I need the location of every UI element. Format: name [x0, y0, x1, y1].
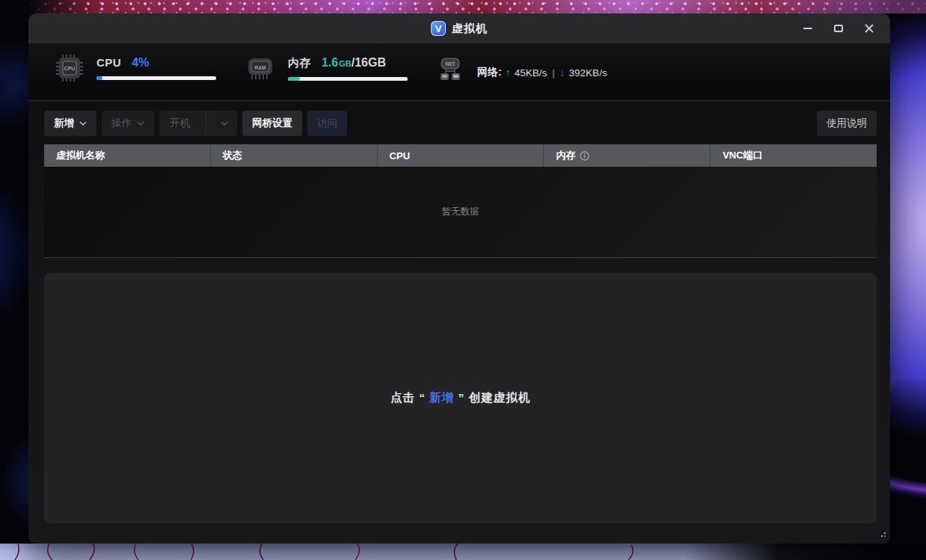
wallpaper-bottom-jellyfish	[0, 544, 926, 560]
memory-total-value: 16	[355, 56, 368, 70]
hint-open-quote: “	[419, 391, 426, 404]
column-status: 状态	[211, 144, 378, 167]
cpu-stat: CPU CPU 4%	[55, 54, 216, 82]
network-label: 网络:	[477, 66, 502, 79]
upload-arrow-icon: ↑	[506, 67, 511, 79]
column-vm-name: 虚拟机名称	[44, 144, 211, 167]
memory-progress-fill	[288, 77, 300, 81]
cpu-progress-track	[96, 76, 216, 80]
column-label: 内存	[556, 149, 575, 162]
memory-used-value: 1.6	[322, 56, 338, 70]
power-on-button[interactable]: 开机	[159, 111, 237, 136]
download-speed: 392KB/s	[569, 67, 607, 79]
cpu-progress-fill	[96, 76, 102, 80]
table-header: 虚拟机名称 状态 CPU 内存 VNC端口	[44, 144, 877, 167]
memory-progress-track	[288, 77, 408, 81]
power-dropdown-arrow[interactable]	[212, 111, 237, 136]
cpu-value: 4%	[132, 56, 149, 70]
power-on-label: 开机	[159, 111, 200, 136]
access-button[interactable]: 访问	[307, 111, 347, 136]
column-memory: 内存	[544, 144, 711, 167]
stats-bar: CPU CPU 4% RAM	[28, 43, 890, 101]
new-vm-label: 新增	[54, 117, 74, 130]
chevron-down-icon	[137, 121, 144, 126]
minimize-icon	[803, 28, 812, 29]
empty-data-text: 暂无数据	[442, 206, 479, 218]
minimize-button[interactable]	[797, 18, 818, 39]
hint-prefix: 点击	[390, 391, 415, 404]
hint-new-vm-link[interactable]: 新增	[429, 391, 454, 404]
column-label: 虚拟机名称	[56, 149, 105, 162]
column-label: CPU	[390, 150, 410, 161]
window-title: 虚拟机	[452, 22, 488, 36]
memory-stat: RAM 内存 1.6 GB / 16 GB	[245, 54, 408, 82]
info-icon[interactable]	[580, 151, 589, 161]
ram-chip-icon: RAM	[245, 54, 275, 82]
svg-text:RAM: RAM	[255, 65, 266, 70]
network-stat: NET 网络: ↑ 45KB/s | ↓ 392KB/s	[436, 54, 607, 84]
upload-speed: 45KB/s	[515, 67, 548, 79]
wallpaper-top-coral	[0, 0, 926, 13]
window-controls	[797, 13, 880, 43]
memory-label: 内存	[288, 56, 311, 70]
grip-dot	[881, 535, 883, 537]
column-vnc-port: VNC端口	[711, 144, 877, 167]
vm-table: 虚拟机名称 状态 CPU 内存 VNC端口 暂无数据	[44, 144, 877, 258]
toolbar: 新增 操作 开机 网桥设置 访问 使用说明	[44, 111, 877, 136]
network-icon: NET	[436, 54, 464, 84]
column-label: VNC端口	[723, 149, 762, 162]
hint-suffix: 创建虚拟机	[469, 391, 531, 404]
grip-dot	[884, 532, 886, 534]
column-label: 状态	[223, 149, 242, 162]
close-button[interactable]	[859, 18, 880, 39]
column-cpu: CPU	[378, 144, 545, 167]
vm-manager-window: V 虚拟机 CPU	[28, 13, 890, 544]
memory-total-unit: GB	[368, 56, 386, 70]
network-separator: |	[552, 67, 554, 79]
jellyfish-tentacles	[0, 544, 926, 560]
maximize-icon	[834, 25, 843, 32]
new-vm-button[interactable]: 新增	[44, 111, 96, 136]
hint-close-quote: ”	[459, 391, 465, 404]
help-button[interactable]: 使用说明	[817, 111, 877, 136]
maximize-button[interactable]	[828, 18, 849, 39]
table-body-empty: 暂无数据	[44, 167, 877, 258]
memory-used-unit: GB	[339, 59, 352, 68]
download-arrow-icon: ↓	[560, 67, 565, 79]
operate-label: 操作	[111, 117, 132, 130]
split-divider	[206, 111, 206, 136]
create-vm-hint: 点击 “ 新增 ” 创建虚拟机	[390, 390, 530, 406]
content-area: 新增 操作 开机 网桥设置 访问 使用说明	[28, 101, 890, 544]
svg-text:NET: NET	[446, 61, 456, 67]
chevron-down-icon	[79, 121, 87, 126]
cpu-chip-icon: CPU	[55, 54, 84, 82]
create-vm-panel: 点击 “ 新增 ” 创建虚拟机	[44, 273, 877, 523]
title-group: V 虚拟机	[431, 21, 488, 36]
resize-grip[interactable]	[878, 532, 886, 540]
close-icon	[865, 24, 874, 33]
bridge-settings-button[interactable]: 网桥设置	[242, 111, 302, 136]
cpu-label: CPU	[96, 56, 121, 69]
grip-dot	[884, 535, 886, 537]
app-icon: V	[431, 21, 446, 36]
titlebar: V 虚拟机	[28, 13, 890, 43]
svg-text:CPU: CPU	[64, 66, 76, 71]
operate-button[interactable]: 操作	[102, 111, 154, 136]
